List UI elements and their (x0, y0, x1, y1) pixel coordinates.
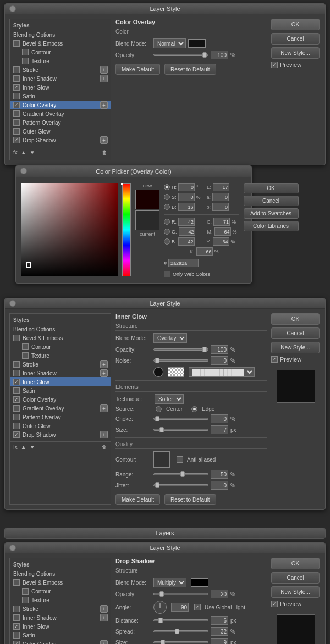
fx-up-btn[interactable]: ▲ (21, 149, 26, 156)
d3-texture[interactable]: Texture (10, 596, 111, 604)
d2-choke-input[interactable] (211, 414, 228, 423)
hue-slider[interactable] (122, 183, 131, 276)
opacity-thumb[interactable] (202, 52, 207, 58)
color-gradient-area[interactable] (21, 183, 118, 276)
S-radio[interactable] (164, 194, 170, 200)
d3-cancel-btn[interactable]: Cancel (271, 572, 320, 584)
d2-close-btn[interactable] (9, 300, 16, 307)
close-button[interactable] (9, 5, 16, 12)
d2-ok-btn[interactable]: OK (271, 313, 320, 325)
d2-inner-shadow[interactable]: Inner Shadow + (10, 369, 111, 377)
opacity-input[interactable]: 100 (211, 51, 228, 59)
K-input[interactable] (196, 247, 213, 256)
C-input[interactable] (213, 218, 230, 226)
d3-opacity-slider[interactable] (153, 593, 208, 595)
B-input[interactable] (178, 203, 195, 211)
B2-input[interactable] (178, 237, 195, 246)
make-default-btn[interactable]: Make Default (116, 64, 160, 75)
d2-outer-glow[interactable]: Outer Glow (10, 421, 111, 430)
d3-distance-input[interactable] (211, 616, 228, 625)
d2-jitter-input[interactable] (211, 481, 228, 490)
d3-angle-input[interactable] (171, 603, 189, 612)
web-colors-checkbox[interactable] (164, 271, 170, 277)
d2-noise-input[interactable] (211, 356, 228, 365)
d3-new-style-btn[interactable]: New Style... (271, 586, 320, 598)
R-input[interactable] (178, 218, 195, 226)
new-style-btn-1[interactable]: New Style... (271, 47, 320, 59)
drop-shadow-add-btn[interactable]: + (100, 136, 108, 144)
color-overlay-item[interactable]: Color Overlay + (10, 101, 111, 109)
d3-blend-select[interactable]: Multiply (153, 578, 186, 587)
reset-default-btn[interactable]: Reset to Default (164, 64, 216, 75)
d3-inner-shadow[interactable]: Inner Shadow + (10, 613, 111, 622)
cp-cancel-btn[interactable]: Cancel (244, 196, 299, 206)
d2-size-slider[interactable] (153, 429, 208, 431)
bevel-emboss-item[interactable]: Bevel & Emboss (10, 39, 111, 48)
d2-stroke[interactable]: Stroke + (10, 360, 111, 369)
d3-close-btn[interactable] (9, 545, 16, 551)
d2-opacity-slider[interactable] (153, 348, 208, 351)
blending-options-item[interactable]: Blending Options (10, 31, 111, 39)
cp-add-swatches-btn[interactable]: Add to Swatches (244, 208, 299, 219)
d2-choke-slider[interactable] (153, 418, 208, 420)
d2-range-input[interactable] (211, 470, 228, 479)
opacity-slider[interactable] (153, 54, 208, 56)
inner-shadow-add-btn[interactable]: + (100, 75, 108, 82)
B2-radio[interactable] (164, 238, 170, 245)
cp-ok-btn[interactable]: OK (244, 183, 299, 193)
inner-glow-item[interactable]: Inner Glow (10, 83, 111, 92)
d2-gradient-overlay[interactable]: Gradient Overlay + (10, 404, 111, 413)
d2-bevel[interactable]: Bevel & Emboss (10, 334, 111, 342)
fx-down-btn[interactable]: ▼ (30, 149, 35, 156)
G-radio[interactable] (164, 229, 170, 235)
cp-close-btn[interactable] (20, 168, 27, 174)
contour-item[interactable]: Contour (10, 48, 111, 57)
d3-angle-dial[interactable] (153, 601, 167, 614)
texture-item[interactable]: Texture (10, 57, 111, 65)
G-input[interactable] (179, 227, 195, 236)
d2-color-select[interactable]: ████████████████ (189, 367, 255, 377)
d2-new-style-btn[interactable]: New Style... (271, 342, 320, 353)
d2-checker-swatch[interactable] (168, 367, 184, 377)
color-overlay-add-btn[interactable]: + (100, 101, 108, 109)
d3-spread-slider[interactable] (153, 630, 208, 632)
d3-global-light-cb[interactable] (194, 604, 201, 610)
b-input[interactable] (212, 203, 229, 211)
ok-btn-1[interactable]: OK (271, 19, 320, 30)
d2-inner-glow[interactable]: Inner Glow (10, 377, 111, 386)
d3-ok-btn[interactable]: OK (271, 558, 320, 569)
d2-reset-btn[interactable]: Reset to Default (164, 494, 216, 505)
d2-black-circle[interactable] (153, 367, 163, 377)
d3-contour[interactable]: Contour (10, 587, 111, 596)
d2-preview-cb[interactable] (271, 356, 278, 363)
d2-opacity-input[interactable] (211, 345, 228, 354)
d2-cancel-btn[interactable]: Cancel (271, 327, 320, 339)
d2-blending-options[interactable]: Blending Options (10, 325, 111, 334)
d2-blend-select[interactable]: Overlay (153, 333, 187, 343)
d3-preview-cb[interactable] (271, 601, 278, 607)
d2-edge-radio[interactable] (191, 406, 197, 412)
d3-distance-slider[interactable] (153, 619, 208, 621)
gradient-overlay-item[interactable]: Gradient Overlay (10, 109, 111, 118)
bevel-checkbox[interactable] (13, 40, 20, 47)
d2-antialias-cb[interactable] (177, 456, 183, 463)
pattern-overlay-checkbox[interactable] (13, 119, 20, 126)
d2-range-slider[interactable] (153, 473, 208, 475)
d3-inner-glow[interactable]: Inner Glow (10, 622, 111, 631)
d3-spread-input[interactable] (211, 627, 228, 636)
inner-glow-checkbox[interactable] (13, 84, 20, 91)
a-input[interactable] (212, 193, 229, 201)
blend-mode-select[interactable]: Normal (153, 38, 186, 48)
d2-color-overlay[interactable]: Color Overlay (10, 395, 111, 404)
d3-color-overlay[interactable]: Color Overlay + (10, 640, 111, 644)
satin-checkbox[interactable] (13, 93, 20, 99)
stroke-item[interactable]: Stroke + (10, 65, 111, 74)
pattern-overlay-item[interactable]: Pattern Overlay (10, 118, 111, 127)
d3-satin[interactable]: Satin (10, 631, 111, 640)
contour-checkbox[interactable] (22, 49, 29, 55)
d2-size-input[interactable] (211, 425, 228, 434)
texture-checkbox[interactable] (22, 58, 29, 64)
H-input[interactable] (178, 183, 195, 191)
d2-pattern-overlay[interactable]: Pattern Overlay (10, 413, 111, 421)
preview-checkbox-1[interactable] (271, 62, 278, 68)
